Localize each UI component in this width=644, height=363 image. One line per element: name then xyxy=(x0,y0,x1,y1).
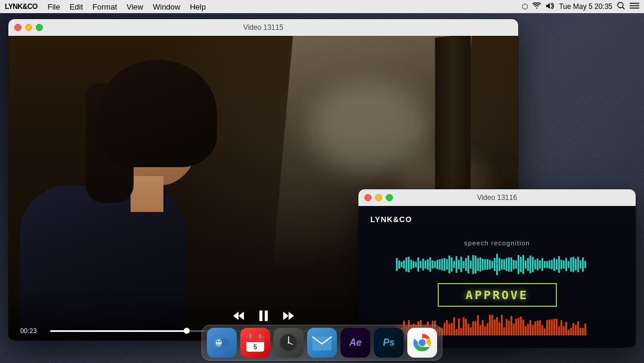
hair-top xyxy=(98,60,217,167)
secondary-maximize-button[interactable] xyxy=(386,194,393,201)
svg-point-27 xyxy=(288,342,290,344)
menu-help[interactable]: Help xyxy=(185,1,210,13)
datetime-display: Tue May 5 20:35 xyxy=(559,2,612,11)
wifi-icon[interactable] xyxy=(532,2,541,11)
dock-clock[interactable] xyxy=(274,328,304,358)
fast-forward-button[interactable] xyxy=(282,310,295,321)
menu-list-icon[interactable] xyxy=(630,2,639,11)
current-time: 00:23 xyxy=(20,327,44,334)
svg-marker-10 xyxy=(283,312,289,320)
menu-file[interactable]: File xyxy=(44,1,64,13)
speech-label: speech recognition xyxy=(464,239,530,247)
woman-head xyxy=(98,66,217,203)
secondary-close-button[interactable] xyxy=(364,194,371,201)
approve-box: APPROVE xyxy=(438,283,557,307)
menu-bar-left: LYNK&CO File Edit Format View Window Hel… xyxy=(5,1,210,13)
close-button[interactable] xyxy=(14,24,21,31)
secondary-minimize-button[interactable] xyxy=(375,194,382,201)
dock-after-effects[interactable]: Ae xyxy=(340,328,370,358)
svg-rect-20 xyxy=(249,334,252,339)
search-icon[interactable] xyxy=(617,2,625,11)
approve-text: APPROVE xyxy=(466,288,528,302)
progress-fill xyxy=(50,330,187,332)
menu-window[interactable]: Window xyxy=(148,1,184,13)
pause-button[interactable] xyxy=(257,309,270,322)
waveform-top xyxy=(396,254,599,275)
airplay-icon[interactable]: ⬡ xyxy=(522,2,528,11)
window-controls xyxy=(14,24,43,31)
menu-view[interactable]: View xyxy=(122,1,147,13)
menu-bar: LYNK&CO File Edit Format View Window Hel… xyxy=(0,0,644,13)
svg-text:5: 5 xyxy=(253,343,257,350)
volume-icon[interactable] xyxy=(546,2,554,11)
menu-bar-right: ⬡ Tue May 5 20:35 xyxy=(522,2,639,11)
speech-container: speech recognition APPROVE xyxy=(370,236,624,339)
neck xyxy=(131,176,163,212)
dock-mail[interactable] xyxy=(307,328,337,358)
menu-edit[interactable]: Edit xyxy=(66,1,87,13)
svg-rect-21 xyxy=(259,334,261,339)
minimize-button[interactable] xyxy=(25,24,32,31)
svg-point-15 xyxy=(217,341,219,343)
secondary-window-titlebar: Video 13116 xyxy=(358,189,636,206)
svg-point-16 xyxy=(219,341,221,343)
svg-rect-9 xyxy=(265,310,268,321)
svg-point-32 xyxy=(419,340,425,346)
rewind-button[interactable] xyxy=(232,310,245,321)
dock-finder[interactable] xyxy=(207,328,237,358)
svg-rect-8 xyxy=(259,310,262,321)
svg-rect-19 xyxy=(246,340,264,342)
main-window-titlebar: Video 13115 xyxy=(8,19,518,36)
maximize-button[interactable] xyxy=(36,24,43,31)
secondary-video-window: Video 13116 LYNK&CO speech recognition A… xyxy=(358,189,636,347)
progress-thumb[interactable] xyxy=(184,328,190,334)
app-logo: LYNK&CO xyxy=(5,2,38,11)
dock-chrome[interactable] xyxy=(407,328,437,358)
dock: 5 Ae Ps xyxy=(202,325,442,361)
desktop: Video 13115 xyxy=(0,13,644,363)
secondary-logo: LYNK&CO xyxy=(370,215,412,224)
svg-marker-6 xyxy=(233,312,239,320)
svg-marker-11 xyxy=(289,312,294,320)
dock-photoshop[interactable]: Ps xyxy=(374,328,404,358)
svg-marker-7 xyxy=(239,312,244,320)
secondary-window-title: Video 13116 xyxy=(477,193,517,202)
secondary-window-controls xyxy=(364,194,393,201)
menu-format[interactable]: Format xyxy=(88,1,121,13)
dock-calendar[interactable]: 5 xyxy=(240,328,270,358)
main-window-title: Video 13115 xyxy=(243,23,283,32)
waveform-top-container xyxy=(396,254,599,275)
